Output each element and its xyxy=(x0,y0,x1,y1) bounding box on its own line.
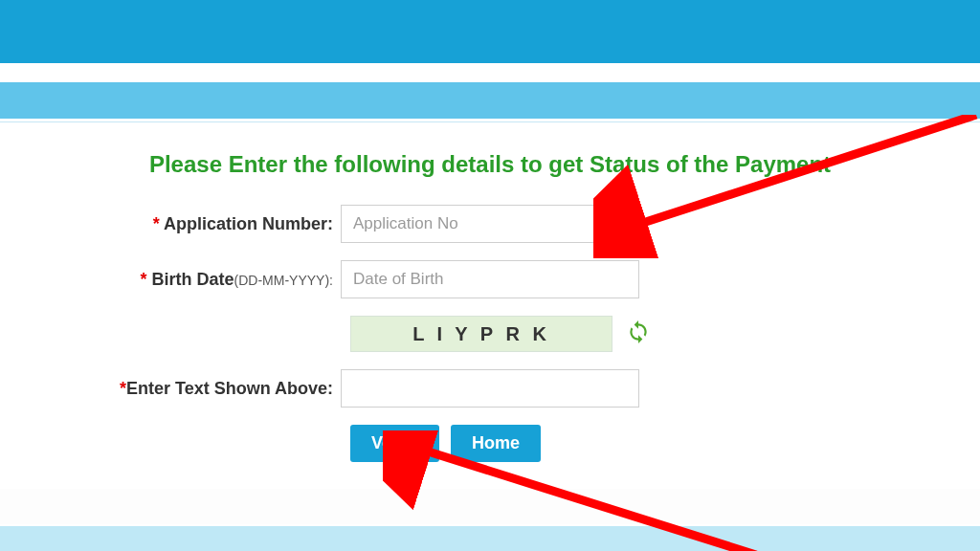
button-row: Verify Home xyxy=(350,425,961,462)
label-text: Enter Text Shown Above: xyxy=(126,379,333,398)
label-hint: (DD-MM-YYYY): xyxy=(234,273,333,288)
birth-date-input[interactable] xyxy=(341,260,639,298)
refresh-captcha-icon[interactable] xyxy=(626,320,651,348)
top-header-bar xyxy=(0,0,980,63)
required-marker: * xyxy=(120,379,126,398)
footer-bar xyxy=(0,524,980,551)
required-marker: * xyxy=(153,214,164,233)
row-captcha-image: L I Y P R K xyxy=(19,316,961,352)
label-text: Application Number: xyxy=(164,214,333,233)
captcha-input[interactable] xyxy=(341,369,639,408)
page-title: Please Enter the following details to ge… xyxy=(19,151,961,178)
row-application-number: * Application Number: xyxy=(19,205,961,243)
home-button[interactable]: Home xyxy=(451,425,541,462)
form-panel: Please Enter the following details to ge… xyxy=(0,122,980,489)
label-birth-date: * Birth Date(DD-MM-YYYY): xyxy=(19,270,341,290)
required-marker: * xyxy=(141,270,152,289)
spacer xyxy=(0,63,980,82)
label-application-number: * Application Number: xyxy=(19,214,341,234)
label-captcha: *Enter Text Shown Above: xyxy=(19,379,341,399)
application-number-input[interactable] xyxy=(341,205,639,243)
captcha-image: L I Y P R K xyxy=(350,316,612,352)
row-birth-date: * Birth Date(DD-MM-YYYY): xyxy=(19,260,961,298)
sub-header-bar xyxy=(0,82,980,119)
verify-button[interactable]: Verify xyxy=(350,425,439,462)
label-text: Birth Date xyxy=(152,270,234,289)
row-captcha-input: *Enter Text Shown Above: xyxy=(19,369,961,408)
